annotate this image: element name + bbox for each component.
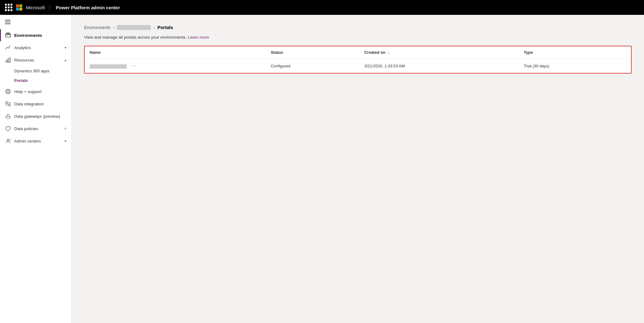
sidebar-sub-item-portals[interactable]: Portals <box>0 76 71 85</box>
svg-line-11 <box>9 92 10 93</box>
topbar: Microsoft | Power Platform admin center <box>0 0 644 15</box>
breadcrumb-environments[interactable]: Environments <box>84 25 111 30</box>
svg-rect-4 <box>7 59 9 62</box>
admin-centers-chevron: ▾ <box>65 139 66 143</box>
sidebar-data-policies-label: Data policies <box>14 126 61 131</box>
table-header-row: Name Status Created on ↓ Type <box>85 46 631 59</box>
svg-rect-13 <box>6 102 8 104</box>
hamburger-icon <box>5 20 66 24</box>
sidebar: Environments Analytics ▾ <box>0 15 72 323</box>
main-layout: Environments Analytics ▾ <box>0 15 644 323</box>
row-ellipsis-button[interactable]: ··· <box>131 63 137 68</box>
table-row: ··· Configured 3/21/2020, 1:33:53 AM Tri… <box>85 59 631 73</box>
data-gateways-icon <box>5 113 11 119</box>
sidebar-resources-label: Resources <box>14 58 62 62</box>
environments-icon <box>5 32 11 38</box>
app-title: Power Platform admin center <box>56 5 120 10</box>
hamburger-button[interactable] <box>0 17 71 29</box>
sidebar-item-data-policies[interactable]: Data policies ↗ <box>0 122 71 135</box>
analytics-icon <box>5 45 11 51</box>
svg-text:★: ★ <box>10 139 11 141</box>
portals-table-container: Name Status Created on ↓ Type <box>84 46 632 74</box>
topbar-divider: | <box>49 5 50 10</box>
microsoft-logo <box>16 4 22 11</box>
sidebar-item-data-gateways[interactable]: Data gateways (preview) <box>0 110 71 122</box>
analytics-chevron: ▾ <box>65 46 66 50</box>
admin-centers-icon: ★ <box>5 138 11 144</box>
breadcrumb: Environments › › Portals <box>84 25 632 30</box>
portals-label: Portals <box>14 78 28 83</box>
sidebar-sub-item-dynamics365[interactable]: Dynamics 365 apps <box>0 66 71 76</box>
col-name: Name <box>85 46 266 59</box>
breadcrumb-sep-1: › <box>113 25 115 30</box>
sidebar-item-analytics[interactable]: Analytics ▾ <box>0 41 71 54</box>
sidebar-analytics-label: Analytics <box>14 45 62 50</box>
sidebar-environments-label: Environments <box>14 33 66 38</box>
sidebar-item-resources[interactable]: Resources ▴ <box>0 54 71 66</box>
sidebar-item-environments[interactable]: Environments <box>0 29 71 41</box>
data-policies-icon <box>5 125 11 132</box>
external-link-icon: ↗ <box>64 127 66 131</box>
resources-chevron: ▴ <box>65 58 66 62</box>
row-name-blurred <box>90 64 127 69</box>
cell-name: ··· <box>85 59 266 73</box>
svg-line-9 <box>9 90 10 91</box>
learn-more-link[interactable]: Learn more <box>188 35 209 40</box>
help-support-icon <box>5 88 11 95</box>
svg-line-10 <box>6 92 7 93</box>
page-description: View and manage all portals across your … <box>84 35 632 40</box>
main-content: Environments › › Portals View and manage… <box>72 15 644 323</box>
resources-icon <box>5 57 11 63</box>
sidebar-data-integration-label: Data integration <box>14 102 66 106</box>
svg-rect-5 <box>9 58 11 62</box>
brand-name: Microsoft <box>26 5 45 10</box>
created-on-sort-arrow: ↓ <box>388 51 390 54</box>
sidebar-item-admin-centers[interactable]: ★ Admin centers ▾ <box>0 135 71 147</box>
breadcrumb-sep-2: › <box>153 25 155 30</box>
svg-rect-14 <box>8 104 10 106</box>
sidebar-item-help-support[interactable]: Help + support <box>0 85 71 98</box>
waffle-menu[interactable] <box>5 4 12 11</box>
sidebar-help-label: Help + support <box>14 89 66 94</box>
svg-line-12 <box>6 90 7 91</box>
breadcrumb-current: Portals <box>157 25 173 30</box>
svg-rect-3 <box>6 60 7 62</box>
cell-status: Configured <box>266 59 360 73</box>
col-created-on[interactable]: Created on ↓ <box>359 46 519 59</box>
sidebar-admin-centers-label: Admin centers <box>14 139 62 143</box>
breadcrumb-env-blurred <box>117 25 151 30</box>
sidebar-data-gateways-label: Data gateways (preview) <box>14 114 66 119</box>
sidebar-item-data-integration[interactable]: Data integration <box>0 98 71 110</box>
portals-table: Name Status Created on ↓ Type <box>85 46 631 73</box>
dynamics365-label: Dynamics 365 apps <box>14 69 49 73</box>
col-status: Status <box>266 46 360 59</box>
col-type: Type <box>519 46 631 59</box>
cell-created-on: 3/21/2020, 1:33:53 AM <box>359 59 519 73</box>
svg-point-19 <box>7 139 9 141</box>
cell-type: Trial (30 days) <box>519 59 631 73</box>
data-integration-icon <box>5 101 11 107</box>
svg-point-8 <box>7 91 9 93</box>
